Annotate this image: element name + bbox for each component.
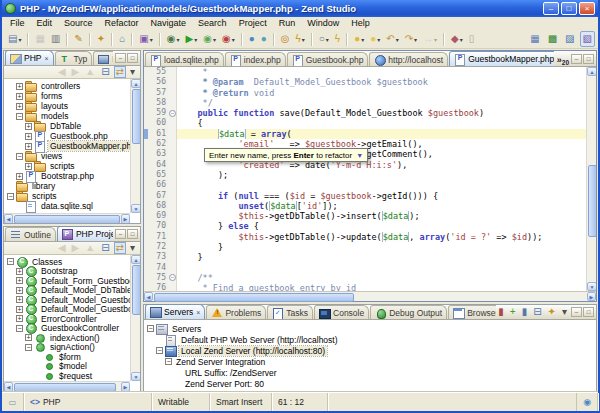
explorer-tab-rem[interactable]: Rem <box>93 51 113 65</box>
menu-edit[interactable]: Edit <box>31 17 59 30</box>
explorer-item-models[interactable]: −models <box>4 111 130 121</box>
server-monitor-button[interactable]: ▮ <box>520 306 530 318</box>
collapse-icon[interactable]: − <box>16 153 23 160</box>
view-menu-button[interactable]: ▾ <box>128 66 137 78</box>
expand-icon[interactable]: + <box>16 268 23 275</box>
expand-icon[interactable]: + <box>25 163 32 170</box>
minimize-view-button[interactable]: – <box>115 53 126 63</box>
new-untitled-button[interactable]: ▯ <box>466 31 478 47</box>
php-debug-perspective-button[interactable]: ▧ <box>580 31 595 47</box>
insert-mode-cell[interactable]: Smart Insert <box>210 393 272 411</box>
explorer-vertical-scrollbar[interactable]: ▲ ▼ <box>130 79 140 213</box>
editor-vertical-scrollbar[interactable]: ▲ ▼ <box>586 67 596 291</box>
servers-tab-tasks[interactable]: Tasks <box>267 305 313 319</box>
outline-item-default-model-dbtable-guest[interactable]: +Default_Model_DbTable_Guest <box>4 286 130 296</box>
collapse-icon[interactable]: − <box>169 110 176 117</box>
new-project-button[interactable]: ▣▾ <box>136 31 155 47</box>
outline-tab-outline[interactable]: Outline <box>5 227 56 241</box>
outline-item-bootstrap[interactable]: +Bootstrap <box>4 267 130 277</box>
explorer-item-dbtable[interactable]: +DbTable <box>4 121 130 131</box>
scroll-right-icon[interactable]: ▶ <box>587 292 596 301</box>
collapse-icon[interactable]: − <box>7 193 14 200</box>
run-button[interactable]: ▶▾ <box>182 31 200 47</box>
maximize-view-button[interactable]: □ <box>127 53 138 63</box>
outline-item-guestbookcontroller[interactable]: −GuestbookController <box>4 324 130 334</box>
collapse-icon[interactable]: − <box>156 347 163 354</box>
menu-run[interactable]: Run <box>273 17 302 30</box>
expand-icon[interactable]: + <box>16 103 23 110</box>
outline-item-request[interactable]: $request <box>4 371 130 381</box>
menu-refactor[interactable]: Refactor <box>99 17 145 30</box>
php-perspective-button[interactable]: ▨ <box>562 31 577 47</box>
explorer-item-bootstrap-php[interactable]: +Bootstrap.php <box>4 171 130 181</box>
maximize-view-button[interactable]: □ <box>127 229 138 239</box>
code-editor[interactable]: 55 *56 * @param Default_Model_Guestbook … <box>144 67 596 291</box>
scrollbar-thumb[interactable] <box>588 165 597 237</box>
explorer-item-data-sqlite-sql[interactable]: data.sqlite.sql <box>4 201 130 211</box>
scroll-up-icon[interactable]: ▲ <box>131 79 140 88</box>
explorer-item-controllers[interactable]: +controllers <box>4 81 130 91</box>
run-server-button[interactable]: ▮ <box>496 306 506 318</box>
explorer-item-guestbook-php[interactable]: +Guestbook.php <box>4 131 130 141</box>
php-profile-perspective-button[interactable]: ▩ <box>545 31 560 47</box>
explorer-item-views[interactable]: −views <box>4 151 130 161</box>
print-button[interactable]: ▥ <box>48 31 63 47</box>
collapse-all-button[interactable]: ⊟ <box>99 66 111 78</box>
annotation-button[interactable]: ◆▾ <box>448 31 466 47</box>
scroll-down-icon[interactable]: ▼ <box>131 372 140 381</box>
collapse-icon[interactable]: − <box>165 358 172 365</box>
outline-item-indexaction[interactable]: +indexAction() <box>4 333 130 343</box>
outline-item-default-form-guestbook[interactable]: +Default_Form_Guestbook <box>4 276 130 286</box>
expand-icon[interactable]: + <box>16 277 23 284</box>
menu-search[interactable]: Search <box>192 17 233 30</box>
expand-icon[interactable]: + <box>16 93 23 100</box>
fast-view-button[interactable]: ▭ <box>2 393 24 411</box>
minimize-view-button[interactable]: – <box>571 54 582 64</box>
outline-item-form[interactable]: $form <box>4 352 130 362</box>
menu-project[interactable]: Project <box>233 17 273 30</box>
explorer-item-scripts[interactable]: −scripts <box>4 191 130 201</box>
server-properties-button[interactable]: ✦ <box>546 306 558 318</box>
highlighter-button[interactable]: ϟ <box>332 31 343 47</box>
zend-home-button[interactable]: ⌂ <box>116 31 128 47</box>
servers-tab-problems[interactable]: Problems <box>206 305 266 319</box>
scroll-left-icon[interactable]: ◀ <box>4 382 13 391</box>
explorer-item-library[interactable]: library <box>4 181 130 191</box>
scroll-left-icon[interactable]: ◀ <box>144 292 153 301</box>
servers-tab-browser-output[interactable]: Browser Output <box>448 305 496 319</box>
outline-item-default-model-guestbook[interactable]: +Default_Model_Guestbook <box>4 295 130 305</box>
scroll-down-icon[interactable]: ▼ <box>587 282 596 291</box>
servers-tab-servers[interactable]: Servers× <box>145 304 205 319</box>
outline-tab-php-project[interactable]: PHP Project× <box>57 226 113 241</box>
menu-source[interactable]: Source <box>58 17 99 30</box>
profile-button[interactable]: ◉▾ <box>200 31 219 47</box>
expand-icon[interactable]: + <box>16 315 23 322</box>
search-button[interactable]: ○▾ <box>316 31 332 47</box>
maximize-view-button[interactable]: □ <box>583 307 594 317</box>
forward-history-button[interactable]: ↷▾ <box>402 31 420 47</box>
menu-file[interactable]: File <box>4 17 31 30</box>
tab-overflow-button[interactable]: » 20 <box>557 55 569 66</box>
editor-tab-guestbook-php[interactable]: Guestbook.php <box>287 52 369 66</box>
servers-item-default-php-web-server-http-localhost[interactable]: Default PHP Web Server (http://localhost… <box>144 334 596 345</box>
outline-item-classes[interactable]: −Classes <box>4 257 130 267</box>
outline-item-default-model-guestbookmap[interactable]: +Default_Model_GuestbookMap <box>4 305 130 315</box>
expand-icon[interactable]: + <box>16 83 23 90</box>
title-bar[interactable]: PHP - MyZendFW/application/models/Guestb… <box>2 0 598 17</box>
scroll-up-icon[interactable]: ▲ <box>587 67 596 76</box>
wsdl-button[interactable]: ● <box>258 31 270 47</box>
expand-icon[interactable]: + <box>25 334 32 341</box>
quick-launch-button[interactable]: ϟ▾ <box>292 31 307 47</box>
coverage-button[interactable]: ◉▾ <box>219 31 238 47</box>
outline-item-errorcontroller[interactable]: +ErrorController <box>4 314 130 324</box>
scrollbar-thumb[interactable] <box>14 383 116 392</box>
open-perspective-button[interactable]: ▦ <box>527 31 542 47</box>
expand-icon[interactable]: + <box>16 306 23 313</box>
tooltip-dropdown-icon[interactable]: ▼ <box>356 152 363 159</box>
minimize-view-button[interactable]: – <box>571 307 582 317</box>
open-browser-button[interactable]: ◎ <box>278 31 293 47</box>
view-menu-button[interactable]: ▾ <box>128 242 137 254</box>
menu-window[interactable]: Window <box>301 17 345 30</box>
link-with-editor-button[interactable]: ⇄ <box>114 66 126 78</box>
add-server-button[interactable]: + <box>508 306 518 318</box>
